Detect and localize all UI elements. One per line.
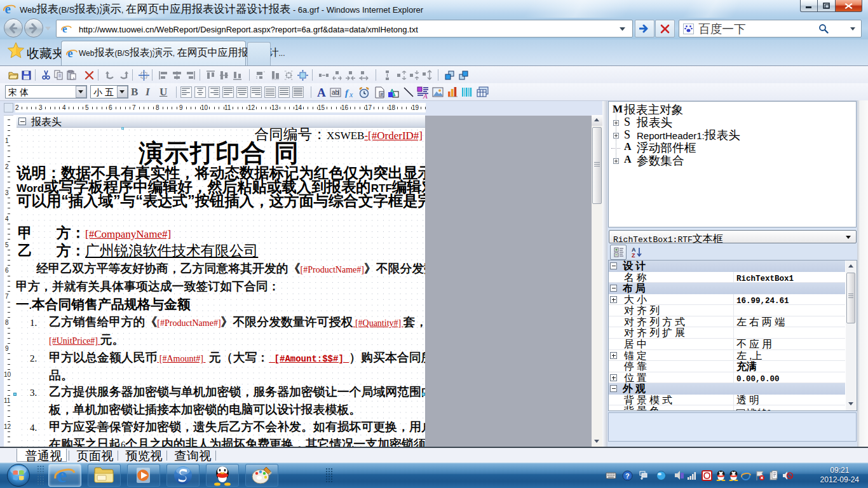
svg-text:e: e	[57, 465, 67, 485]
svg-text:x: x	[349, 90, 353, 98]
svg-text:Z: Z	[632, 252, 635, 258]
svg-text:f: f	[345, 88, 349, 98]
svg-text:#: #	[381, 92, 384, 97]
svg-text:?: ?	[625, 472, 630, 480]
svg-text:e: e	[62, 24, 67, 34]
svg-text:ab: ab	[332, 89, 339, 96]
svg-text:e: e	[67, 48, 72, 59]
svg-text:e: e	[5, 3, 11, 15]
svg-text:A: A	[317, 86, 326, 98]
svg-text:A: A	[423, 92, 428, 98]
